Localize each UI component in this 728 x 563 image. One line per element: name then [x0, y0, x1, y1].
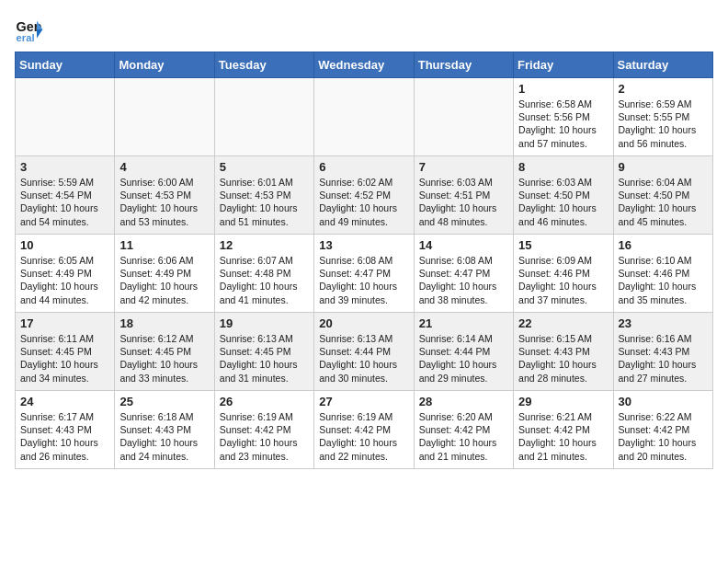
- calendar-cell: 24Sunrise: 6:17 AM Sunset: 4:43 PM Dayli…: [16, 391, 115, 469]
- day-info: Sunrise: 6:15 AM Sunset: 4:43 PM Dayligh…: [518, 332, 608, 385]
- calendar-cell: 1Sunrise: 6:58 AM Sunset: 5:56 PM Daylig…: [514, 78, 613, 156]
- calendar-cell: 25Sunrise: 6:18 AM Sunset: 4:43 PM Dayli…: [115, 391, 214, 469]
- day-number: 22: [518, 316, 608, 330]
- weekday-header-saturday: Saturday: [613, 52, 712, 78]
- day-number: 20: [319, 316, 408, 330]
- day-info: Sunrise: 6:03 AM Sunset: 4:51 PM Dayligh…: [419, 176, 508, 228]
- day-number: 13: [319, 238, 408, 252]
- day-number: 7: [419, 160, 508, 174]
- calendar-table: SundayMondayTuesdayWednesdayThursdayFrid…: [15, 52, 713, 469]
- day-info: Sunrise: 6:08 AM Sunset: 4:47 PM Dayligh…: [319, 254, 408, 306]
- day-info: Sunrise: 6:19 AM Sunset: 4:42 PM Dayligh…: [220, 410, 309, 463]
- day-number: 11: [119, 238, 209, 252]
- week-row-1: 1Sunrise: 6:58 AM Sunset: 5:56 PM Daylig…: [16, 78, 713, 156]
- day-info: Sunrise: 6:00 AM Sunset: 4:53 PM Dayligh…: [119, 176, 209, 228]
- day-info: Sunrise: 6:03 AM Sunset: 4:50 PM Dayligh…: [518, 176, 608, 228]
- day-info: Sunrise: 6:59 AM Sunset: 5:55 PM Dayligh…: [619, 98, 708, 150]
- day-number: 23: [619, 316, 708, 330]
- calendar-cell: 21Sunrise: 6:14 AM Sunset: 4:44 PM Dayli…: [414, 313, 513, 391]
- calendar-cell: 18Sunrise: 6:12 AM Sunset: 4:45 PM Dayli…: [115, 313, 214, 391]
- calendar-cell: 12Sunrise: 6:07 AM Sunset: 4:48 PM Dayli…: [214, 235, 313, 313]
- calendar-cell: [214, 78, 313, 156]
- calendar-cell: 30Sunrise: 6:22 AM Sunset: 4:42 PM Dayli…: [613, 391, 712, 469]
- calendar-cell: 8Sunrise: 6:03 AM Sunset: 4:50 PM Daylig…: [514, 156, 613, 235]
- svg-text:eral: eral: [17, 32, 35, 43]
- day-info: Sunrise: 6:13 AM Sunset: 4:45 PM Dayligh…: [220, 332, 309, 385]
- day-number: 24: [20, 395, 109, 408]
- day-info: Sunrise: 6:21 AM Sunset: 4:42 PM Dayligh…: [518, 410, 608, 463]
- day-number: 2: [619, 82, 708, 96]
- day-number: 17: [20, 316, 109, 330]
- day-info: Sunrise: 6:19 AM Sunset: 4:42 PM Dayligh…: [319, 410, 408, 463]
- logo-icon: Gen eral: [15, 15, 44, 44]
- day-info: Sunrise: 6:01 AM Sunset: 4:53 PM Dayligh…: [220, 176, 309, 228]
- week-row-4: 17Sunrise: 6:11 AM Sunset: 4:45 PM Dayli…: [16, 313, 713, 391]
- calendar-cell: 11Sunrise: 6:06 AM Sunset: 4:49 PM Dayli…: [115, 235, 214, 313]
- calendar-cell: [115, 78, 214, 156]
- day-info: Sunrise: 6:20 AM Sunset: 4:42 PM Dayligh…: [419, 410, 508, 463]
- day-info: Sunrise: 6:12 AM Sunset: 4:45 PM Dayligh…: [119, 332, 209, 385]
- day-number: 29: [518, 395, 608, 408]
- day-number: 18: [119, 316, 209, 330]
- day-info: Sunrise: 6:11 AM Sunset: 4:45 PM Dayligh…: [20, 332, 109, 385]
- day-info: Sunrise: 6:07 AM Sunset: 4:48 PM Dayligh…: [220, 254, 309, 306]
- calendar-cell: [16, 78, 115, 156]
- day-number: 14: [419, 238, 508, 252]
- day-info: Sunrise: 6:22 AM Sunset: 4:42 PM Dayligh…: [619, 410, 708, 463]
- day-number: 4: [119, 160, 209, 174]
- calendar-cell: 7Sunrise: 6:03 AM Sunset: 4:51 PM Daylig…: [414, 156, 513, 235]
- calendar-cell: 4Sunrise: 6:00 AM Sunset: 4:53 PM Daylig…: [115, 156, 214, 235]
- calendar-cell: 20Sunrise: 6:13 AM Sunset: 4:44 PM Dayli…: [314, 313, 414, 391]
- day-info: Sunrise: 6:18 AM Sunset: 4:43 PM Dayligh…: [119, 410, 209, 463]
- week-row-2: 3Sunrise: 5:59 AM Sunset: 4:54 PM Daylig…: [16, 156, 713, 235]
- calendar-cell: [414, 78, 513, 156]
- calendar-cell: 3Sunrise: 5:59 AM Sunset: 4:54 PM Daylig…: [16, 156, 115, 235]
- day-info: Sunrise: 6:58 AM Sunset: 5:56 PM Dayligh…: [518, 98, 608, 150]
- day-number: 16: [619, 238, 708, 252]
- day-info: Sunrise: 6:02 AM Sunset: 4:52 PM Dayligh…: [319, 176, 408, 228]
- calendar-cell: 9Sunrise: 6:04 AM Sunset: 4:50 PM Daylig…: [613, 156, 712, 235]
- calendar-cell: 22Sunrise: 6:15 AM Sunset: 4:43 PM Dayli…: [514, 313, 613, 391]
- calendar-cell: 28Sunrise: 6:20 AM Sunset: 4:42 PM Dayli…: [414, 391, 513, 469]
- day-number: 19: [220, 316, 309, 330]
- day-number: 3: [20, 160, 109, 174]
- day-number: 10: [20, 238, 109, 252]
- day-info: Sunrise: 6:10 AM Sunset: 4:46 PM Dayligh…: [619, 254, 708, 306]
- day-info: Sunrise: 6:06 AM Sunset: 4:49 PM Dayligh…: [119, 254, 209, 306]
- logo: Gen eral: [15, 15, 48, 44]
- calendar-cell: 23Sunrise: 6:16 AM Sunset: 4:43 PM Dayli…: [613, 313, 712, 391]
- day-number: 21: [419, 316, 508, 330]
- day-number: 30: [619, 395, 708, 408]
- day-number: 25: [119, 395, 209, 408]
- calendar-cell: 14Sunrise: 6:08 AM Sunset: 4:47 PM Dayli…: [414, 235, 513, 313]
- day-number: 28: [419, 395, 508, 408]
- page-header: Gen eral: [15, 15, 713, 44]
- calendar-cell: 17Sunrise: 6:11 AM Sunset: 4:45 PM Dayli…: [16, 313, 115, 391]
- calendar-cell: 27Sunrise: 6:19 AM Sunset: 4:42 PM Dayli…: [314, 391, 414, 469]
- day-number: 6: [319, 160, 408, 174]
- day-info: Sunrise: 6:05 AM Sunset: 4:49 PM Dayligh…: [20, 254, 109, 306]
- day-info: Sunrise: 6:04 AM Sunset: 4:50 PM Dayligh…: [619, 176, 708, 228]
- day-number: 1: [518, 82, 608, 96]
- day-number: 15: [518, 238, 608, 252]
- calendar-cell: 26Sunrise: 6:19 AM Sunset: 4:42 PM Dayli…: [214, 391, 313, 469]
- day-number: 9: [619, 160, 708, 174]
- day-info: Sunrise: 6:14 AM Sunset: 4:44 PM Dayligh…: [419, 332, 508, 385]
- weekday-header-row: SundayMondayTuesdayWednesdayThursdayFrid…: [16, 52, 713, 78]
- day-number: 8: [518, 160, 608, 174]
- calendar-cell: 19Sunrise: 6:13 AM Sunset: 4:45 PM Dayli…: [214, 313, 313, 391]
- day-info: Sunrise: 6:13 AM Sunset: 4:44 PM Dayligh…: [319, 332, 408, 385]
- day-number: 5: [220, 160, 309, 174]
- calendar-cell: 10Sunrise: 6:05 AM Sunset: 4:49 PM Dayli…: [16, 235, 115, 313]
- weekday-header-sunday: Sunday: [16, 52, 115, 78]
- day-number: 27: [319, 395, 408, 408]
- calendar-cell: 5Sunrise: 6:01 AM Sunset: 4:53 PM Daylig…: [214, 156, 313, 235]
- weekday-header-thursday: Thursday: [414, 52, 513, 78]
- day-info: Sunrise: 6:09 AM Sunset: 4:46 PM Dayligh…: [518, 254, 608, 306]
- day-info: Sunrise: 5:59 AM Sunset: 4:54 PM Dayligh…: [20, 176, 109, 228]
- weekday-header-tuesday: Tuesday: [214, 52, 313, 78]
- weekday-header-monday: Monday: [115, 52, 214, 78]
- day-info: Sunrise: 6:17 AM Sunset: 4:43 PM Dayligh…: [20, 410, 109, 463]
- weekday-header-wednesday: Wednesday: [314, 52, 414, 78]
- weekday-header-friday: Friday: [514, 52, 613, 78]
